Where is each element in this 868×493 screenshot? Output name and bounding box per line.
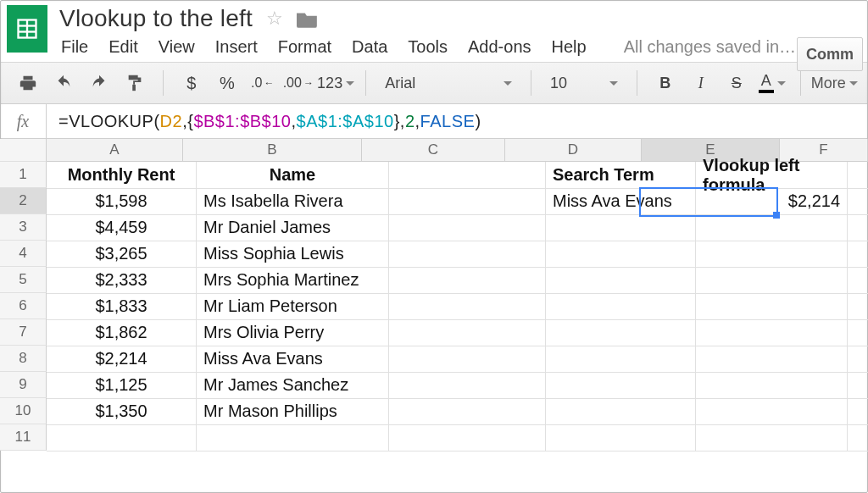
cell[interactable] xyxy=(389,372,546,399)
cell[interactable] xyxy=(848,162,868,189)
cell[interactable]: Mrs Olivia Perry xyxy=(197,319,389,346)
column-header-A[interactable]: A xyxy=(47,139,183,161)
cell[interactable] xyxy=(546,424,696,451)
cell[interactable]: $3,265 xyxy=(47,241,197,268)
cell[interactable]: Monthly Rent xyxy=(47,162,197,189)
cell[interactable] xyxy=(546,372,696,399)
cell[interactable] xyxy=(389,188,546,215)
cell[interactable] xyxy=(389,214,546,241)
spreadsheet-grid[interactable]: ABCDEF 1Monthly RentNameSearch TermVlook… xyxy=(0,139,868,451)
cell[interactable]: Name xyxy=(197,162,389,189)
cell[interactable]: Mr James Sanchez xyxy=(197,372,389,399)
cell[interactable] xyxy=(546,214,696,241)
cell[interactable]: Mrs Sophia Martinez xyxy=(197,267,389,294)
cell[interactable] xyxy=(389,162,546,189)
cell[interactable] xyxy=(389,241,546,268)
cell[interactable]: $1,350 xyxy=(47,398,197,425)
cell[interactable]: Vlookup left formula xyxy=(696,162,848,189)
select-all-corner[interactable] xyxy=(0,139,47,162)
row-header[interactable]: 9 xyxy=(0,372,47,398)
cell[interactable] xyxy=(546,241,696,268)
cell[interactable] xyxy=(389,267,546,294)
cell[interactable] xyxy=(696,372,848,399)
cell[interactable]: Miss Ava Evans xyxy=(546,188,696,215)
row-header[interactable]: 10 xyxy=(0,398,47,424)
cell[interactable] xyxy=(848,398,868,425)
cell[interactable] xyxy=(848,214,868,241)
cell[interactable]: Search Term xyxy=(546,162,696,189)
cell[interactable] xyxy=(389,424,546,451)
row-header[interactable]: 2 xyxy=(0,188,47,214)
cell[interactable]: Miss Sophia Lewis xyxy=(197,241,389,268)
cell[interactable] xyxy=(848,188,868,215)
cell[interactable] xyxy=(696,346,848,373)
cell[interactable] xyxy=(389,293,546,320)
row-header[interactable]: 7 xyxy=(0,319,47,346)
cell[interactable]: $2,333 xyxy=(47,267,197,294)
row-header[interactable]: 6 xyxy=(0,293,47,319)
cell[interactable]: $1,598 xyxy=(47,188,197,215)
cell[interactable] xyxy=(546,293,696,320)
cell[interactable] xyxy=(848,293,868,320)
cell[interactable] xyxy=(696,214,848,241)
cell[interactable]: $4,459 xyxy=(47,214,197,241)
cell[interactable] xyxy=(389,346,546,373)
cell[interactable] xyxy=(389,319,546,346)
cell[interactable] xyxy=(696,398,848,425)
cell[interactable]: $1,125 xyxy=(47,372,197,399)
cell[interactable] xyxy=(546,319,696,346)
cell[interactable]: $2,214 xyxy=(696,188,848,215)
cell[interactable] xyxy=(696,241,848,268)
cell[interactable] xyxy=(696,293,848,320)
column-header-C[interactable]: C xyxy=(362,139,505,161)
cell[interactable] xyxy=(848,319,868,346)
cell[interactable] xyxy=(389,398,546,425)
column-header-D[interactable]: D xyxy=(505,139,642,161)
row-header[interactable]: 11 xyxy=(0,424,47,451)
cell[interactable] xyxy=(546,346,696,373)
cell[interactable]: $2,214 xyxy=(47,346,197,373)
cell[interactable] xyxy=(47,424,197,451)
cell[interactable]: Mr Liam Peterson xyxy=(197,293,389,320)
row-header[interactable]: 5 xyxy=(0,267,47,293)
row-header[interactable]: 8 xyxy=(0,346,47,372)
column-header-B[interactable]: B xyxy=(183,139,362,161)
row-header[interactable]: 4 xyxy=(0,241,47,267)
comments-button[interactable]: Comm xyxy=(797,37,863,71)
row-header[interactable]: 1 xyxy=(0,162,47,188)
cell[interactable] xyxy=(848,267,868,294)
cell[interactable] xyxy=(696,424,848,451)
cell[interactable] xyxy=(696,319,848,346)
cell[interactable] xyxy=(848,372,868,399)
cell[interactable]: Ms Isabella Rivera xyxy=(197,188,389,215)
cell[interactable]: $1,833 xyxy=(47,293,197,320)
cell[interactable] xyxy=(546,267,696,294)
cell[interactable] xyxy=(546,398,696,425)
cell[interactable] xyxy=(848,241,868,268)
cell[interactable]: Mr Mason Phillips xyxy=(197,398,389,425)
cell[interactable]: Miss Ava Evans xyxy=(197,346,389,373)
row-header[interactable]: 3 xyxy=(0,214,47,241)
cell[interactable] xyxy=(197,424,389,451)
cell[interactable] xyxy=(848,346,868,373)
cell[interactable] xyxy=(696,267,848,294)
cell[interactable]: Mr Daniel James xyxy=(197,214,389,241)
cell[interactable]: $1,862 xyxy=(47,319,197,346)
cell[interactable] xyxy=(848,424,868,451)
